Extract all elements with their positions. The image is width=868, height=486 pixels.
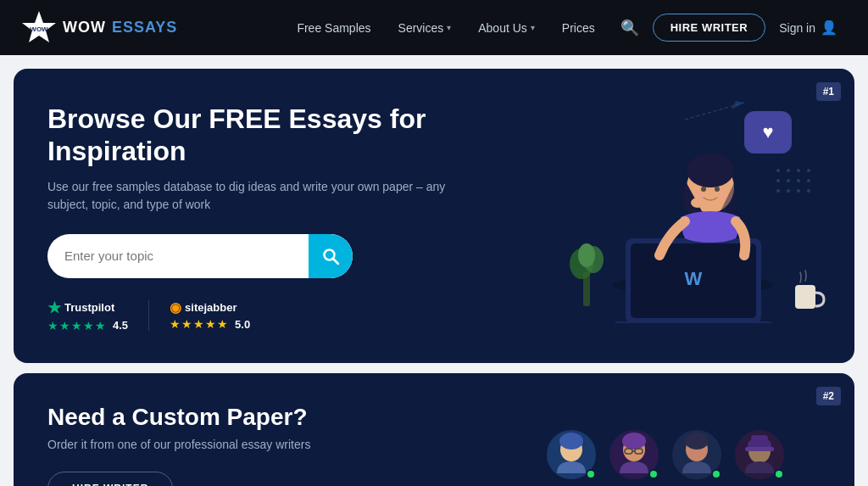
svg-point-14 (797, 179, 800, 182)
trustpilot-rating: ★ Trustpilot ★ ★ ★ ★ ★ 4.5 (47, 299, 128, 332)
hero-badge: #1 (816, 82, 841, 101)
hero-card: #1 Browse Our FREE Essays for Inspiratio… (14, 69, 854, 363)
logo-text: WOW (63, 19, 106, 36)
svg-point-11 (807, 169, 810, 172)
writer-online-dot-2 (648, 469, 659, 479)
writer-avatar-1 (544, 427, 598, 482)
svg-rect-23 (613, 321, 774, 323)
services-arrow-icon: ▾ (447, 23, 451, 32)
svg-rect-49 (751, 435, 768, 441)
custom-paper-card: #2 Need a Custom Paper? Order it from on… (14, 373, 854, 486)
sitejabber-stars: ★ ★ ★ ★ ★ (170, 317, 228, 331)
search-bar (47, 234, 353, 278)
custom-paper-subtitle: Order it from one of our professional es… (47, 438, 310, 451)
logo-essays: ESSAYS (112, 19, 177, 36)
nav-free-samples[interactable]: Free Samples (285, 14, 382, 42)
svg-rect-48 (745, 447, 774, 451)
svg-point-13 (787, 179, 790, 182)
about-arrow-icon: ▾ (531, 23, 535, 32)
trustpilot-score: 4.5 (113, 319, 128, 332)
header-hire-writer-button[interactable]: HIRE WRITER (653, 14, 765, 42)
custom-paper-title: Need a Custom Paper? (47, 404, 310, 431)
svg-point-16 (776, 189, 780, 193)
site-header: WOW WOW ESSAYS Free Samples Services ▾ A… (0, 0, 868, 55)
main-content: #1 Browse Our FREE Essays for Inspiratio… (0, 55, 868, 486)
trustpilot-stars: ★ ★ ★ ★ ★ (47, 319, 106, 332)
svg-point-27 (701, 187, 706, 192)
svg-marker-5 (732, 101, 744, 109)
search-button[interactable] (309, 234, 353, 278)
sitejabber-rating: ◉ sitejabber ★ ★ ★ ★ ★ 5.0 (170, 299, 250, 331)
nav-prices[interactable]: Prices (550, 14, 607, 42)
svg-point-19 (807, 189, 810, 193)
user-icon: 👤 (821, 20, 837, 36)
writer-avatar-2 (607, 427, 661, 482)
svg-point-45 (685, 433, 709, 450)
writer-avatar-3 (670, 427, 724, 482)
svg-point-9 (787, 169, 790, 172)
search-btn-icon (322, 248, 339, 265)
svg-point-18 (797, 189, 800, 193)
svg-point-17 (787, 189, 790, 193)
logo-icon: WOW (20, 9, 58, 47)
writer-online-dot-4 (774, 469, 784, 479)
main-nav: Free Samples Services ▾ About Us ▾ Price… (285, 12, 848, 44)
sitejabber-logo: ◉ sitejabber (170, 299, 250, 316)
search-icon[interactable]: 🔍 (610, 12, 649, 44)
sign-in-link[interactable]: Sign in 👤 (769, 13, 848, 42)
writer-online-dot-1 (586, 469, 596, 479)
svg-point-8 (776, 169, 780, 172)
svg-point-28 (715, 187, 720, 192)
svg-point-12 (776, 179, 780, 182)
nav-about-us[interactable]: About Us ▾ (466, 14, 547, 42)
svg-rect-36 (795, 285, 815, 309)
svg-line-3 (333, 259, 338, 264)
writer-avatar-4 (732, 427, 787, 482)
svg-point-26 (687, 154, 734, 187)
custom-paper-content: Need a Custom Paper? Order it from one o… (47, 404, 310, 486)
svg-text:♥: ♥ (762, 121, 773, 142)
svg-point-40 (622, 433, 646, 450)
svg-text:WOW: WOW (30, 25, 48, 33)
trustpilot-logo: ★ Trustpilot (47, 299, 128, 317)
writers-avatars (544, 427, 787, 482)
hero-subtitle: Use our free samples database to dig ide… (47, 178, 454, 214)
hero-illustration: ♥ W (515, 86, 837, 323)
svg-text:W: W (685, 268, 703, 289)
hero-title: Browse Our FREE Essays for Inspiration (47, 103, 522, 168)
svg-point-31 (691, 198, 704, 208)
sitejabber-score: 5.0 (235, 318, 250, 331)
ratings-row: ★ Trustpilot ★ ★ ★ ★ ★ 4.5 (47, 299, 522, 332)
svg-point-10 (797, 169, 800, 172)
svg-point-30 (716, 193, 725, 198)
custom-hire-writer-button[interactable]: HIRE WRITER (47, 472, 173, 486)
hero-content: Browse Our FREE Essays for Inspiration U… (47, 103, 522, 332)
nav-services[interactable]: Services ▾ (387, 14, 464, 42)
logo-area[interactable]: WOW WOW ESSAYS (20, 9, 177, 47)
search-input[interactable] (47, 249, 309, 263)
svg-point-38 (559, 433, 583, 450)
svg-point-35 (578, 243, 595, 267)
rating-divider (148, 300, 149, 331)
svg-point-15 (807, 179, 810, 182)
custom-paper-badge: #2 (816, 387, 841, 405)
writer-online-dot-3 (711, 469, 721, 479)
